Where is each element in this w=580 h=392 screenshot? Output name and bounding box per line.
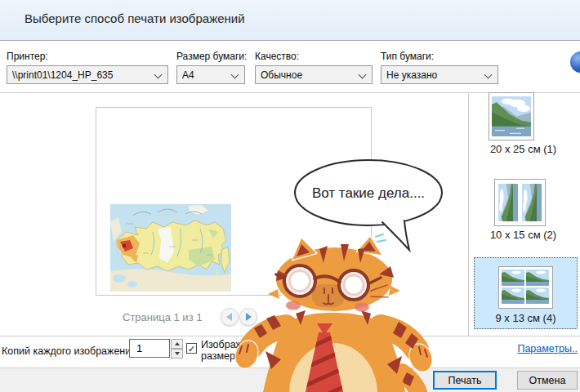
photo-thumbnail [522,184,542,221]
printer-label: Принтер: [7,51,48,62]
quality-value: Обычное [261,69,302,81]
size-option-label: 10 x 15 см (2) [469,229,578,241]
size-option-20x25[interactable]: 20 x 25 см (1) [469,92,578,155]
page-title: Выберите способ печати изображений [25,11,245,25]
print-pictures-dialog: Выберите способ печати изображений Принт… [0,0,580,392]
speech-bubble: Вот такие дела.... [288,157,451,256]
paper-size-select[interactable]: A4 [176,65,245,84]
size-option-label: 20 x 25 см (1) [469,143,578,155]
chevron-down-icon [231,71,239,79]
help-sphere-icon[interactable] [570,51,580,73]
page-status: Страница 1 из 1 [123,311,202,323]
thumbnail-frame [498,266,553,309]
dialog-header: Выберите способ печати изображений [0,0,580,41]
photo-thumbnail [492,96,531,136]
printer-value: \\print01\1204_HP_635 [12,69,113,81]
cancel-button[interactable]: Отмена [517,371,578,390]
quality-label: Качество: [255,51,299,62]
chevron-down-icon [484,71,493,79]
map-image [110,204,231,292]
fit-to-frame-checkbox[interactable]: ✓ [186,343,197,354]
speech-bubble-text: Вот такие дела.... [312,185,425,201]
options-link[interactable]: Параметры.. [517,343,578,354]
size-option-10x15[interactable]: 10 x 15 см (2) [469,178,578,240]
copies-decrease-button[interactable] [171,349,183,359]
triangle-down-icon [175,352,180,355]
paper-type-value: Не указано [386,69,437,81]
checkmark-icon: ✓ [188,344,195,354]
copies-input[interactable] [129,339,170,358]
print-button[interactable]: Печать [433,371,497,390]
thumbnail-frame [489,92,534,140]
copies-increase-button[interactable] [171,339,183,349]
triangle-up-icon [175,342,180,345]
size-option-label: 9 x 13 см (4) [475,312,577,324]
quality-select[interactable]: Обычное [255,65,373,84]
chevron-down-icon [359,71,367,79]
thumbnail-frame [494,179,546,226]
paper-size-label: Размер бумаги: [176,51,247,62]
printer-select[interactable]: \\print01\1204_HP_635 [7,65,168,84]
photo-thumbnail-grid [502,270,549,304]
photo-thumbnail [498,184,518,221]
chevron-down-icon [154,71,163,79]
paper-type-label: Тип бумаги: [381,51,434,62]
paper-type-select[interactable]: Не указано [381,65,498,84]
paper-size-value: A4 [182,69,194,81]
size-option-9x13-selected[interactable]: 9 x 13 см (4) [474,257,578,329]
copies-label: Копий каждого изображения: [2,345,139,357]
